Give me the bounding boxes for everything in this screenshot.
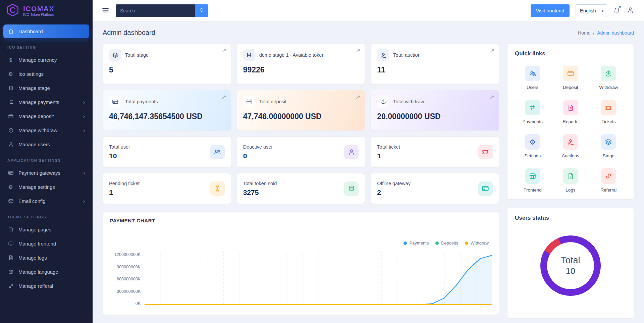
topbar-actions: Visit frontend English ▾: [531, 4, 634, 17]
brand[interactable]: ICOMAX ICO Token Platform: [0, 0, 93, 21]
sidebar-item-label: Dashboard: [18, 29, 43, 34]
stat-card-total-token-sold: Total token sold3275: [237, 173, 365, 204]
exchange-icon: [525, 100, 540, 115]
layers-icon: [109, 49, 121, 61]
quick-link-tickets[interactable]: Tickets: [601, 100, 616, 124]
stat-card-value: 5: [109, 65, 225, 74]
chevron-right-icon: ›: [83, 127, 85, 133]
quick-link-label: Deposit: [563, 85, 578, 90]
sidebar-item-label: Manage withdraw: [18, 128, 57, 133]
sidebar-item-label: Payment gateways: [18, 170, 60, 176]
quick-link-deposit[interactable]: Deposit: [563, 66, 578, 90]
sidebar-item-ico-settings[interactable]: ⚙Ico settings: [3, 67, 89, 81]
payment-chart-card: PAYMENT CHART PaymentsDepositsWithdraw 1…: [103, 211, 499, 315]
language-select[interactable]: English: [576, 4, 607, 17]
monitor-icon: [7, 241, 14, 247]
quick-link-payments[interactable]: Payments: [523, 100, 543, 124]
card-link-arrow-icon[interactable]: ↗: [221, 47, 226, 54]
sidebar-item-label: Manage frontend: [18, 241, 56, 247]
quick-link-users[interactable]: Users: [525, 66, 540, 90]
sidebar-item-manage-deposit[interactable]: Manage deposit›: [3, 109, 89, 123]
quick-link-frontend[interactable]: Frontend: [524, 168, 542, 193]
content-grid: Total stage↗5demo stage 1 - Avaiable tok…: [103, 43, 634, 318]
sidebar-item-manage-settings[interactable]: ⚙Manage settings: [3, 180, 89, 194]
card-link-arrow-icon[interactable]: ↗: [356, 94, 360, 101]
legend-item-withdraw[interactable]: Withdraw: [465, 240, 489, 246]
hamburger-icon: [101, 6, 110, 15]
menu-toggle-button[interactable]: [101, 6, 110, 15]
sidebar-item-manage-stage[interactable]: Manage stage: [3, 81, 89, 95]
card-link-arrow-icon[interactable]: ↗: [490, 94, 494, 101]
donut-center: Total 10: [561, 255, 580, 276]
quick-link-stage[interactable]: Stage: [601, 134, 616, 158]
stat-card-label: Offline gateway: [377, 181, 411, 186]
quick-links-title: Quick links: [515, 50, 626, 57]
withdraw-legend-dot: [465, 241, 468, 245]
y-axis-tick-label: 0K: [136, 301, 141, 306]
cube-icon: [7, 127, 14, 133]
stat-card-value: 47,746.00000000 USD: [243, 112, 359, 121]
sidebar-item-manage-pages[interactable]: Manage pages: [3, 223, 89, 236]
sidebar-item-manage-logs[interactable]: Manage logs: [3, 251, 89, 265]
profile-button[interactable]: [627, 6, 634, 15]
card-icon: [478, 181, 493, 196]
payments-legend-dot: [404, 241, 407, 245]
sidebar-item-manage-currency[interactable]: $Manage currency: [3, 53, 89, 67]
dashboard-side: Quick links UsersDepositWithdrawPayments…: [507, 43, 634, 318]
search-button[interactable]: [195, 4, 208, 17]
sidebar-item-dashboard[interactable]: Dashboard: [3, 24, 89, 38]
search-icon: [199, 7, 205, 14]
sidebar-item-label: Manage language: [18, 269, 58, 275]
stat-card-total-stage: Total stage↗5: [103, 43, 231, 84]
sidebar-item-manage-language[interactable]: Manage language: [3, 265, 89, 279]
quick-link-logs[interactable]: Logs: [563, 168, 578, 193]
quick-link-label: Stage: [603, 153, 614, 158]
breadcrumb-home[interactable]: Home: [578, 30, 590, 36]
stat-card-value: 0: [243, 152, 273, 160]
sidebar-item-manage-payments[interactable]: Manage payments›: [3, 95, 89, 109]
card-link-arrow-icon[interactable]: ↗: [221, 94, 226, 101]
visit-frontend-button[interactable]: Visit frontend: [531, 4, 570, 17]
sidebar-item-label: Manage stage: [18, 86, 50, 91]
donut-total-label: Total: [561, 255, 580, 266]
payment-chart: 1200000000K900000000K600000000K300000000…: [110, 252, 492, 306]
quick-link-reports[interactable]: Reports: [562, 100, 578, 124]
sidebar-item-manage-frontend[interactable]: Manage frontend: [3, 237, 89, 251]
page-head: Admin dashboard Home / Admin dashboard: [103, 29, 634, 37]
y-axis-tick-label: 600000000K: [117, 277, 141, 281]
sidebar-item-payment-gateways[interactable]: Payment gateways›: [3, 166, 89, 180]
users-status-donut: Total 10: [540, 235, 601, 296]
sidebar-item-manage-refferal[interactable]: Manage refferal: [3, 279, 89, 293]
quick-link-withdraw[interactable]: Withdraw: [599, 66, 618, 90]
breadcrumb-current: Admin dashboard: [597, 30, 634, 36]
card-link-arrow-icon[interactable]: ↗: [490, 47, 494, 54]
user-icon: [344, 145, 359, 159]
quick-link-auctions[interactable]: Auctions: [562, 134, 579, 158]
sidebar-item-manage-users[interactable]: Manage users: [3, 138, 89, 151]
quick-link-settings[interactable]: ⚙Settings: [524, 134, 541, 158]
chevron-right-icon: ›: [83, 99, 85, 105]
search-input[interactable]: [116, 4, 195, 17]
stat-card-label: Total payments: [125, 99, 158, 104]
card-link-arrow-icon[interactable]: ↗: [356, 47, 360, 54]
sidebar-item-email-config[interactable]: Email config›: [3, 194, 89, 208]
users-icon: [525, 66, 540, 81]
sidebar-item-label: Ico settings: [18, 71, 44, 77]
search: [116, 4, 208, 17]
dashboard-main: Total stage↗5demo stage 1 - Avaiable tok…: [103, 43, 499, 315]
coins-icon: [344, 181, 359, 196]
legend-item-deposits[interactable]: Deposits: [435, 240, 458, 246]
sidebar-item-label: Manage payments: [18, 100, 59, 105]
stat-card-pending-ticket: Pending ticket1: [103, 173, 231, 204]
stat-card-total-withdraw: Total withdraw↗20.00000000 USD: [371, 90, 499, 131]
legend-item-payments[interactable]: Payments: [404, 240, 429, 246]
chart-plot-area: [145, 252, 492, 306]
quick-link-referral[interactable]: Referral: [600, 168, 616, 193]
notifications-button[interactable]: [613, 6, 621, 15]
users-icon: [210, 145, 225, 159]
calendar-icon: [243, 96, 255, 108]
quick-links-card: Quick links UsersDepositWithdrawPayments…: [507, 43, 634, 200]
sidebar-item-manage-withdraw[interactable]: Manage withdraw›: [3, 123, 89, 137]
gear-icon: ⚙: [7, 71, 14, 76]
stat-card-value: 46,746,147.35654500 USD: [109, 112, 225, 121]
